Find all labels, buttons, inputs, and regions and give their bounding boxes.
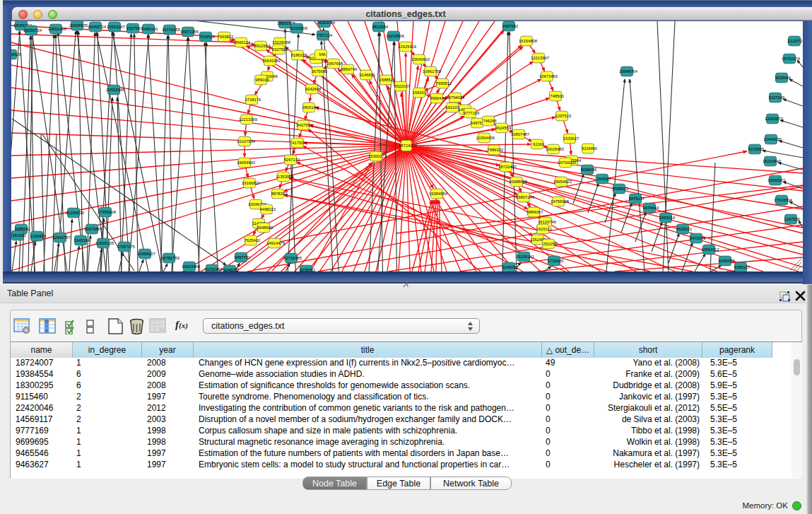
svg-text:8215955: 8215955 [748, 147, 765, 151]
svg-text:7663822: 7663822 [218, 35, 234, 39]
svg-text:2933114: 2933114 [659, 216, 676, 220]
svg-text:1588520: 1588520 [379, 78, 396, 82]
svg-text:1297515: 1297515 [555, 114, 572, 118]
svg-text:9777169: 9777169 [464, 111, 480, 115]
svg-text:9457791: 9457791 [235, 255, 251, 259]
svg-text:20206536: 20206536 [66, 211, 84, 215]
svg-text:8813054: 8813054 [372, 25, 389, 29]
svg-text:20553346: 20553346 [106, 88, 124, 92]
svg-text:1615112: 1615112 [536, 227, 552, 231]
svg-text:1156819: 1156819 [30, 234, 46, 238]
svg-text:1533627: 1533627 [563, 136, 579, 141]
svg-text:9245052: 9245052 [223, 268, 240, 271]
svg-text:8322037: 8322037 [394, 84, 411, 88]
svg-text:8878332: 8878332 [271, 192, 288, 196]
svg-text:9115460: 9115460 [582, 146, 597, 151]
svg-text:19218506: 19218506 [386, 34, 404, 38]
svg-text:8938923: 8938923 [613, 187, 629, 191]
svg-text:18055724: 18055724 [23, 28, 42, 33]
svg-text:19166827: 19166827 [242, 181, 260, 185]
svg-text:8186328: 8186328 [291, 53, 307, 57]
svg-text:12444155: 12444155 [763, 137, 782, 141]
svg-text:13226058: 13226058 [272, 40, 290, 45]
svg-text:2803144: 2803144 [302, 105, 319, 110]
svg-text:746266: 746266 [483, 119, 496, 123]
svg-text:7357224: 7357224 [317, 33, 333, 37]
svg-text:16543382: 16543382 [262, 59, 281, 63]
svg-text:10688609: 10688609 [509, 180, 527, 184]
svg-text:252254: 252254 [543, 242, 557, 246]
svg-text:9227349: 9227349 [769, 95, 785, 100]
svg-text:17957275: 17957275 [117, 245, 135, 249]
svg-text:4498222: 4498222 [260, 207, 276, 211]
svg-text:10923468: 10923468 [182, 264, 200, 269]
svg-text:8912954: 8912954 [254, 44, 271, 48]
svg-text:1267530: 1267530 [784, 217, 801, 221]
svg-text:19183054: 19183054 [317, 21, 336, 25]
svg-text:16648764: 16648764 [619, 69, 638, 74]
svg-text:20306535: 20306535 [69, 23, 88, 28]
svg-text:11120721: 11120721 [787, 39, 803, 43]
svg-text:7515526: 7515526 [199, 35, 216, 39]
svg-text:15807249: 15807249 [516, 195, 534, 199]
svg-text:8267130: 8267130 [284, 158, 300, 162]
svg-text:3624554: 3624554 [495, 126, 512, 130]
svg-text:10807487: 10807487 [511, 132, 529, 136]
svg-text:16782759: 16782759 [161, 256, 180, 260]
svg-text:17016504: 17016504 [774, 198, 793, 202]
svg-text:9146821: 9146821 [360, 73, 376, 77]
svg-text:9327500: 9327500 [272, 47, 288, 52]
svg-text:16154808: 16154808 [519, 39, 537, 43]
svg-text:9884067: 9884067 [527, 210, 543, 214]
svg-text:19700000: 19700000 [558, 160, 576, 165]
svg-text:10654112: 10654112 [701, 247, 719, 252]
svg-text:62160: 62160 [533, 142, 544, 146]
svg-text:748500: 748500 [550, 94, 563, 98]
svg-text:10961758: 10961758 [423, 69, 441, 74]
svg-text:8854749: 8854749 [341, 67, 358, 71]
svg-text:13325419: 13325419 [398, 45, 416, 49]
svg-text:6879197: 6879197 [629, 197, 645, 201]
svg-text:1527602: 1527602 [126, 26, 143, 30]
svg-text:2718176: 2718176 [245, 98, 261, 102]
svg-text:15692971: 15692971 [767, 178, 786, 182]
svg-text:7955812: 7955812 [436, 81, 452, 86]
svg-text:18724007: 18724007 [399, 144, 417, 148]
svg-text:1145194: 1145194 [74, 238, 90, 243]
svg-text:10232468: 10232468 [204, 267, 223, 271]
svg-text:10025483: 10025483 [546, 147, 564, 151]
svg-text:15300273: 15300273 [368, 154, 387, 158]
svg-text:11353594: 11353594 [276, 175, 294, 179]
svg-text:20691406: 20691406 [48, 27, 66, 31]
svg-text:19654943: 19654943 [237, 160, 255, 165]
svg-text:10653267: 10653267 [107, 25, 125, 29]
svg-text:7986322: 7986322 [488, 148, 504, 152]
svg-text:12213369: 12213369 [239, 117, 257, 122]
svg-text:16107554: 16107554 [237, 139, 256, 144]
svg-text:9242848: 9242848 [305, 87, 322, 91]
svg-text:9529966: 9529966 [775, 76, 792, 80]
svg-text:10958107: 10958107 [137, 252, 155, 256]
svg-text:17359928: 17359928 [98, 210, 116, 214]
svg-text:2967608: 2967608 [327, 62, 343, 66]
svg-text:12942757: 12942757 [52, 235, 71, 240]
svg-text:16671355: 16671355 [180, 30, 199, 34]
svg-text:9245052: 9245052 [502, 265, 519, 269]
svg-text:13640910: 13640910 [411, 57, 430, 62]
svg-text:391590: 391590 [12, 233, 25, 238]
svg-text:26166526: 26166526 [11, 52, 21, 57]
svg-text:1733426: 1733426 [548, 259, 564, 263]
svg-text:8427552: 8427552 [297, 123, 313, 127]
svg-text:9235052: 9235052 [300, 268, 316, 271]
svg-text:30975867: 30975867 [84, 227, 102, 231]
svg-text:13716485: 13716485 [283, 256, 302, 260]
svg-text:10719155: 10719155 [162, 28, 180, 32]
svg-text:19384554: 19384554 [429, 192, 448, 196]
svg-text:12213967: 12213967 [531, 56, 549, 60]
svg-text:16210643: 16210643 [763, 159, 781, 163]
svg-text:15136141: 15136141 [516, 255, 534, 259]
svg-text:8699695: 8699695 [581, 168, 597, 172]
svg-text:7632621: 7632621 [676, 227, 693, 231]
svg-text:2687682: 2687682 [502, 24, 519, 28]
svg-text:21564436: 21564436 [476, 136, 495, 140]
